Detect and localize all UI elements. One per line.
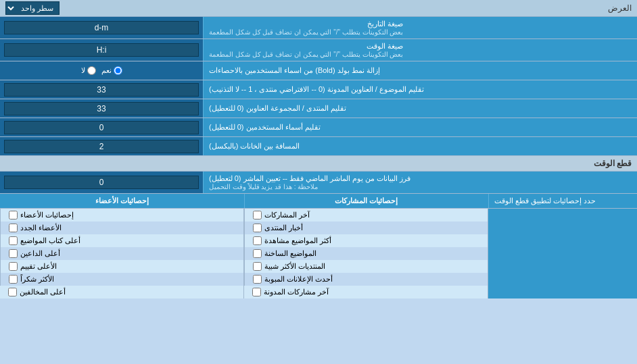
bold-yes-label[interactable]: نعم [101,66,122,75]
stat-post-3-checkbox[interactable] [253,236,262,245]
list-item: أعلى كتاب المواضيع [0,234,243,247]
stat-post-7-label[interactable]: آخر مشاركات المدونة [250,288,329,296]
stats-checkboxes: آخر المشاركات أخبار المنتدى أكثر المواضي… [0,209,637,298]
display-select[interactable]: سطر واحدسطرينثلاثة أسطر [5,1,60,15]
stat-post-6-checkbox[interactable] [253,275,262,284]
stat-member-7-label[interactable]: أعلى المخالفين [5,288,66,296]
stats-left-spacer [488,209,637,298]
forum-group-input-wrap [0,99,203,118]
bold-no-label[interactable]: لا [81,66,96,75]
stat-post-6-label[interactable]: أحدث الإعلانات المبوبة [250,275,333,284]
stat-member-6-checkbox[interactable] [9,275,18,284]
time-format-label: صيغة الوقت بعض التكوينات يتطلب "/" التي … [203,39,637,61]
list-item: إحصائيات الأعضاء [0,209,243,222]
stats-section-title: حدد إحصائيات لتطبيق قطع الوقت [488,194,637,208]
stat-post-2-label[interactable]: أخبار المنتدى [250,224,303,232]
stat-post-1-label[interactable]: آخر المشاركات [250,211,310,219]
forum-group-input[interactable] [4,102,199,115]
usernames-label: تقليم أسماء المستخدمين (0 للتعطيل) [203,118,637,136]
bold-no-radio[interactable] [87,66,96,75]
list-item: أخبار المنتدى [244,222,488,234]
topic-titles-row: تقليم الموضوع / العناوين المدونة (0 -- ا… [0,80,637,99]
date-format-label: صيغة التاريخ بعض التكوينات يتطلب "/" الت… [203,17,637,38]
list-item: آخر المشاركات [244,209,488,222]
top-row: العرض سطر واحدسطرينثلاثة أسطر [0,0,637,17]
forum-group-label: تقليم المنتدى / المجموعة العناوين (0 للت… [203,99,637,118]
date-format-input[interactable] [4,21,199,34]
time-format-input[interactable] [4,43,199,57]
stats-members-col: إحصائيات الأعضاء الأعضاء الجدد أعلى كتاب… [0,209,243,298]
spacing-row: المسافة بين الخانات (بالبكسل) [0,137,637,156]
forum-group-row: تقليم المنتدى / المجموعة العناوين (0 للت… [0,99,637,118]
stat-post-7-checkbox[interactable] [252,288,261,296]
topic-titles-input-wrap [0,80,203,99]
stats-header-row: حدد إحصائيات لتطبيق قطع الوقت إحصائيات ا… [0,194,637,209]
time-format-row: صيغة الوقت بعض التكوينات يتطلب "/" التي … [0,39,637,61]
list-item: الأعضاء الجدد [0,222,243,234]
stat-post-5-label[interactable]: المنتديات الأكثر شبية [250,262,325,271]
realtime-row: فرز البيانات من يوم الماشر الماضي فقط --… [0,172,637,194]
stat-member-1-label[interactable]: إحصائيات الأعضاء [6,211,74,219]
spacing-label: المسافة بين الخانات (بالبكسل) [203,137,637,155]
stats-col1-header: إحصائيات المشاركات [244,194,489,208]
list-item: أكثر المواضيع مشاهدة [244,234,488,247]
usernames-row: تقليم أسماء المستخدمين (0 للتعطيل) [0,118,637,137]
list-item: أعلى المخالفين [0,286,243,298]
stat-member-3-checkbox[interactable] [9,236,18,245]
list-item: أعلى الداعين [0,247,243,260]
stat-member-7-checkbox[interactable] [8,288,17,296]
list-item: أحدث الإعلانات المبوبة [244,273,488,286]
stat-post-1-checkbox[interactable] [253,211,262,219]
page-title: العرض [60,3,632,13]
stat-member-5-label[interactable]: الأعلى تقييم [6,262,57,271]
time-format-input-wrap [0,39,203,61]
stat-post-4-checkbox[interactable] [253,249,262,258]
spacing-input[interactable] [4,140,199,153]
stat-member-2-checkbox[interactable] [9,224,18,232]
stat-member-5-checkbox[interactable] [9,262,18,271]
realtime-input[interactable] [4,176,199,189]
date-format-input-wrap [0,17,203,38]
realtime-label: فرز البيانات من يوم الماشر الماضي فقط --… [203,172,637,193]
stats-section: حدد إحصائيات لتطبيق قطع الوقت إحصائيات ا… [0,194,637,298]
stats-col2-header: إحصائيات الأعضاء [0,194,244,208]
display-select-wrap: سطر واحدسطرينثلاثة أسطر [5,1,60,15]
topic-titles-input[interactable] [4,83,199,97]
bold-remove-row: إزالة نمط بولد (Bold) من اسماء المستخدمي… [0,61,637,80]
stat-member-3-label[interactable]: أعلى كتاب المواضيع [6,236,80,245]
bold-remove-input-wrap: نعم لا [0,61,203,80]
stat-post-3-label[interactable]: أكثر المواضيع مشاهدة [250,236,331,245]
list-item: الأعلى تقييم [0,260,243,273]
list-item: المنتديات الأكثر شبية [244,260,488,273]
usernames-input[interactable] [4,121,199,134]
list-item: المواضيع الساخنة [244,247,488,260]
main-container: العرض سطر واحدسطرينثلاثة أسطر صيغة التار… [0,0,637,298]
stat-member-6-label[interactable]: الأكثر شكراً [6,275,54,284]
bold-remove-label: إزالة نمط بولد (Bold) من اسماء المستخدمي… [203,61,637,80]
stat-post-4-label[interactable]: المواضيع الساخنة [250,249,316,258]
bold-yes-radio[interactable] [114,66,122,75]
date-format-row: صيغة التاريخ بعض التكوينات يتطلب "/" الت… [0,17,637,39]
stat-member-2-label[interactable]: الأعضاء الجدد [6,224,62,232]
stat-member-4-label[interactable]: أعلى الداعين [6,249,60,258]
stats-posts-col: آخر المشاركات أخبار المنتدى أكثر المواضي… [243,209,488,298]
realtime-section-header: قطع الوقت [0,156,637,172]
stat-member-1-checkbox[interactable] [9,211,18,219]
spacing-input-wrap [0,137,203,155]
list-item: آخر مشاركات المدونة [244,286,488,298]
stat-member-4-checkbox[interactable] [9,249,18,258]
stat-post-2-checkbox[interactable] [253,224,262,232]
list-item: الأكثر شكراً [0,273,243,286]
stat-post-5-checkbox[interactable] [253,262,262,271]
realtime-input-wrap [0,172,203,193]
topic-titles-label: تقليم الموضوع / العناوين المدونة (0 -- ا… [203,80,637,99]
bold-radio-group: نعم لا [81,66,122,75]
usernames-input-wrap [0,118,203,136]
